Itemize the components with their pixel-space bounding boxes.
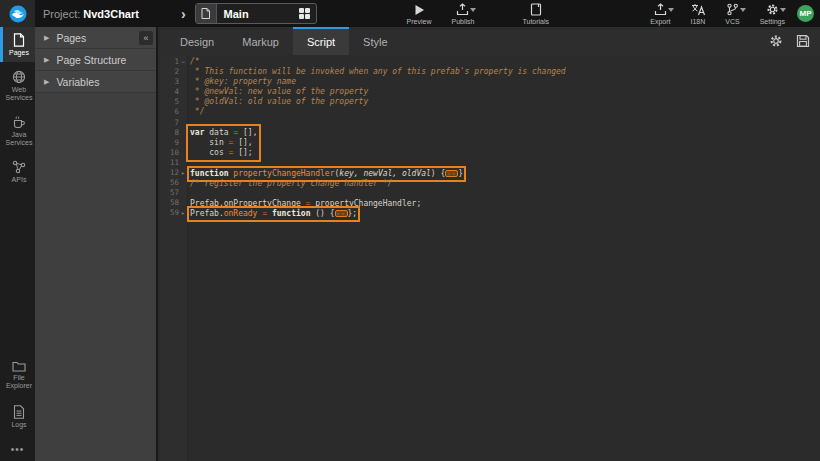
code-lines: /* * This function will be invoked when …: [188, 55, 820, 461]
rail-label: Java Services: [3, 131, 35, 147]
fold-marker-icon: [179, 107, 187, 117]
more-options-icon[interactable]: •••: [0, 438, 35, 457]
editor-settings-gear-icon[interactable]: [769, 34, 783, 48]
triangle-right-icon: ▶: [44, 34, 49, 42]
gutter-line: 7: [160, 118, 187, 128]
code-line: Prefab.onPropertyChange = propertyChange…: [190, 199, 820, 209]
code-line: [190, 159, 820, 169]
project-title: Project:Nvd3Chart: [43, 8, 139, 20]
main-area: Design Markup Script Style: [160, 27, 820, 461]
folder-icon: [12, 360, 26, 372]
rail-label: Pages: [9, 49, 29, 57]
preview-button[interactable]: Preview: [403, 3, 436, 25]
accordion-label: Variables: [56, 76, 99, 88]
fold-marker-icon: [179, 178, 187, 188]
gutter-line: 4: [160, 87, 187, 97]
tutorials-button[interactable]: Tutorials: [518, 3, 553, 25]
vcs-label: VCS: [725, 18, 739, 25]
fold-marker-icon: [179, 128, 187, 138]
code-line: * This function will be invoked when any…: [190, 67, 820, 77]
caret-down-icon: [740, 8, 746, 12]
fold-marker-icon: [179, 148, 187, 158]
api-icon: [12, 160, 26, 174]
rail-item-web-services[interactable]: Web Services: [0, 64, 35, 107]
triangle-right-icon: ▶: [44, 56, 49, 64]
export-button[interactable]: Export: [646, 3, 674, 25]
rail-item-apis[interactable]: APIs: [0, 154, 35, 189]
fold-marker-icon[interactable]: ▸: [179, 208, 187, 218]
rail-label: APIs: [12, 176, 27, 184]
folded-code-widget[interactable]: ··: [445, 170, 458, 177]
user-avatar[interactable]: MP: [797, 5, 814, 22]
annotation-box: var data = [], sin = [], cos = [];: [190, 128, 257, 158]
tab-script[interactable]: Script: [293, 27, 349, 55]
annotation-box: function propertyChangeHandler(key, newV…: [190, 169, 463, 179]
fold-marker-icon: [179, 67, 187, 77]
tutorials-label: Tutorials: [522, 18, 549, 25]
fold-marker-icon[interactable]: −: [179, 57, 187, 67]
vcs-button[interactable]: VCS: [721, 3, 743, 25]
rail-label: Logs: [11, 421, 26, 429]
book-icon: [530, 3, 542, 16]
page-selector[interactable]: Main: [195, 3, 317, 24]
code-line: /*: [190, 57, 820, 67]
rail-label: File Explorer: [3, 374, 35, 390]
caret-down-icon: [668, 8, 674, 12]
accordion-pages[interactable]: ▶ Pages «: [35, 27, 156, 49]
fold-marker-icon: [179, 198, 187, 208]
code-line: sin = [],: [190, 138, 257, 148]
script-editor[interactable]: 1−23456789101112▸56575859▸ /* * This fun…: [160, 55, 820, 461]
pages-panel: ▶ Pages « ▶ Page Structure ▶ Variables: [35, 27, 158, 461]
caret-down-icon: [780, 8, 786, 12]
settings-button[interactable]: Settings: [756, 3, 789, 25]
gutter-line: 12▸: [160, 168, 187, 178]
tab-bar: Design Markup Script Style: [160, 27, 820, 55]
accordion-page-structure[interactable]: ▶ Page Structure: [35, 49, 156, 71]
gutter-line: 58: [160, 198, 187, 208]
left-rail: Pages Web Services Java Services: [0, 27, 35, 461]
translate-icon: [691, 3, 705, 16]
tab-design[interactable]: Design: [166, 27, 228, 55]
code-line: Prefab.onReady = function () {··};: [190, 209, 820, 219]
gutter-line: 2: [160, 67, 187, 77]
rail-item-pages[interactable]: Pages: [0, 27, 35, 62]
app-logo[interactable]: [0, 0, 35, 27]
page-selector-value: Main: [224, 8, 299, 20]
code-line: */: [190, 107, 820, 117]
rail-item-java-services[interactable]: Java Services: [0, 109, 35, 152]
fold-marker-icon: [179, 87, 187, 97]
chevron-right-icon[interactable]: ›: [181, 6, 186, 22]
i18n-button[interactable]: I18N: [687, 3, 710, 25]
tab-style[interactable]: Style: [349, 27, 401, 55]
gear-icon: [766, 3, 779, 16]
code-line: var data = [],: [190, 128, 257, 138]
grid-icon[interactable]: [299, 8, 310, 19]
tab-markup[interactable]: Markup: [228, 27, 293, 55]
rail-item-file-explorer[interactable]: File Explorer: [0, 354, 35, 395]
gutter-line: 57: [160, 188, 187, 198]
coffee-icon: [12, 115, 26, 129]
caret-down-icon: [470, 8, 476, 12]
project-label: Project:: [43, 8, 80, 20]
accordion-variables[interactable]: ▶ Variables: [35, 71, 156, 93]
preview-label: Preview: [407, 18, 432, 25]
accordion-label: Pages: [56, 32, 86, 44]
rail-label: Web Services: [3, 86, 35, 102]
project-name: Nvd3Chart: [83, 8, 139, 20]
code-line: * @oldVal: old value of the property: [190, 97, 820, 107]
collapse-panel-button[interactable]: «: [139, 31, 153, 45]
folded-code-widget[interactable]: ··: [335, 210, 348, 217]
code-line: [190, 189, 820, 199]
fold-marker-icon: [179, 77, 187, 87]
branch-icon: [726, 3, 739, 16]
save-icon[interactable]: [796, 34, 810, 48]
page-icon: [196, 4, 217, 23]
code-line: * @newVal: new value of the property: [190, 87, 820, 97]
triangle-right-icon: ▶: [44, 78, 49, 86]
publish-button[interactable]: Publish: [448, 3, 479, 25]
code-line: cos = [];: [190, 148, 257, 158]
fold-marker-icon: [179, 118, 187, 128]
export-label: Export: [650, 18, 670, 25]
fold-marker-icon[interactable]: ▸: [179, 168, 187, 178]
rail-item-logs[interactable]: Logs: [0, 399, 35, 434]
